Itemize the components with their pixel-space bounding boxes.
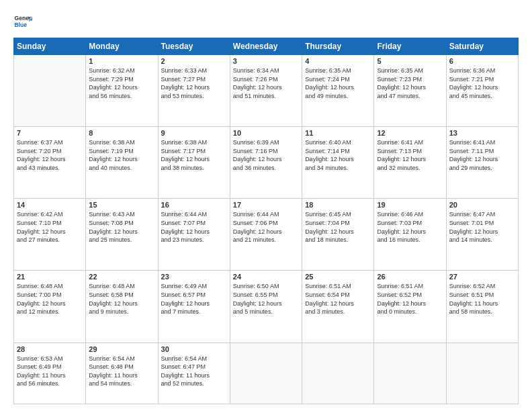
calendar-cell: 19Sunrise: 6:46 AM Sunset: 7:03 PM Dayli… xyxy=(374,199,446,271)
calendar-cell: 20Sunrise: 6:47 AM Sunset: 7:01 PM Dayli… xyxy=(446,199,518,271)
cell-info: Sunrise: 6:44 AM Sunset: 7:06 PM Dayligh… xyxy=(233,210,299,244)
day-number: 28 xyxy=(17,345,83,353)
day-number: 12 xyxy=(377,129,443,137)
day-number: 30 xyxy=(161,345,227,353)
day-number: 9 xyxy=(161,129,227,137)
day-number: 19 xyxy=(377,201,443,209)
header: General Blue xyxy=(13,12,519,31)
cell-info: Sunrise: 6:45 AM Sunset: 7:04 PM Dayligh… xyxy=(305,210,371,244)
day-number: 11 xyxy=(305,129,371,137)
week-row-2: 7Sunrise: 6:37 AM Sunset: 7:20 PM Daylig… xyxy=(14,127,519,199)
calendar-cell: 1Sunrise: 6:32 AM Sunset: 7:29 PM Daylig… xyxy=(86,55,158,127)
calendar-cell: 15Sunrise: 6:43 AM Sunset: 7:08 PM Dayli… xyxy=(86,199,158,271)
day-number: 20 xyxy=(449,201,515,209)
calendar-cell: 14Sunrise: 6:42 AM Sunset: 7:10 PM Dayli… xyxy=(14,199,86,271)
day-number: 16 xyxy=(161,201,227,209)
cell-info: Sunrise: 6:36 AM Sunset: 7:21 PM Dayligh… xyxy=(449,66,515,100)
day-number: 4 xyxy=(305,57,371,65)
week-row-3: 14Sunrise: 6:42 AM Sunset: 7:10 PM Dayli… xyxy=(14,199,519,271)
day-number: 17 xyxy=(233,201,299,209)
day-number: 21 xyxy=(17,273,83,281)
day-number: 6 xyxy=(449,57,515,65)
calendar-cell: 23Sunrise: 6:49 AM Sunset: 6:57 PM Dayli… xyxy=(158,271,230,342)
week-row-4: 21Sunrise: 6:48 AM Sunset: 7:00 PM Dayli… xyxy=(14,271,519,342)
col-header-thursday: Thursday xyxy=(302,38,374,55)
day-number: 22 xyxy=(89,273,154,281)
calendar-cell: 30Sunrise: 6:54 AM Sunset: 6:47 PM Dayli… xyxy=(158,342,230,404)
cell-info: Sunrise: 6:33 AM Sunset: 7:27 PM Dayligh… xyxy=(161,66,227,100)
cell-info: Sunrise: 6:48 AM Sunset: 7:00 PM Dayligh… xyxy=(17,282,83,316)
svg-text:Blue: Blue xyxy=(15,21,28,28)
header-row: SundayMondayTuesdayWednesdayThursdayFrid… xyxy=(14,38,519,55)
day-number: 18 xyxy=(305,201,371,209)
calendar-cell: 18Sunrise: 6:45 AM Sunset: 7:04 PM Dayli… xyxy=(302,199,374,271)
calendar-cell xyxy=(374,342,446,404)
day-number: 15 xyxy=(89,201,154,209)
week-row-1: 1Sunrise: 6:32 AM Sunset: 7:29 PM Daylig… xyxy=(14,55,519,127)
day-number: 8 xyxy=(89,129,154,137)
calendar-cell xyxy=(446,342,518,404)
calendar-cell: 5Sunrise: 6:35 AM Sunset: 7:23 PM Daylig… xyxy=(374,55,446,127)
calendar-cell: 2Sunrise: 6:33 AM Sunset: 7:27 PM Daylig… xyxy=(158,55,230,127)
calendar-cell: 12Sunrise: 6:41 AM Sunset: 7:13 PM Dayli… xyxy=(374,127,446,199)
calendar-cell: 27Sunrise: 6:52 AM Sunset: 6:51 PM Dayli… xyxy=(446,271,518,342)
cell-info: Sunrise: 6:51 AM Sunset: 6:54 PM Dayligh… xyxy=(305,282,371,316)
day-number: 2 xyxy=(161,57,227,65)
calendar-cell xyxy=(302,342,374,404)
calendar-cell: 17Sunrise: 6:44 AM Sunset: 7:06 PM Dayli… xyxy=(230,199,302,271)
day-number: 23 xyxy=(161,273,227,281)
col-header-monday: Monday xyxy=(86,38,158,55)
calendar-cell: 13Sunrise: 6:41 AM Sunset: 7:11 PM Dayli… xyxy=(446,127,518,199)
day-number: 10 xyxy=(233,129,299,137)
calendar-cell: 11Sunrise: 6:40 AM Sunset: 7:14 PM Dayli… xyxy=(302,127,374,199)
day-number: 1 xyxy=(89,57,154,65)
calendar-cell: 6Sunrise: 6:36 AM Sunset: 7:21 PM Daylig… xyxy=(446,55,518,127)
day-number: 3 xyxy=(233,57,299,65)
cell-info: Sunrise: 6:53 AM Sunset: 6:49 PM Dayligh… xyxy=(17,355,83,388)
cell-info: Sunrise: 6:35 AM Sunset: 7:24 PM Dayligh… xyxy=(305,66,371,100)
calendar-cell: 25Sunrise: 6:51 AM Sunset: 6:54 PM Dayli… xyxy=(302,271,374,342)
cell-info: Sunrise: 6:41 AM Sunset: 7:13 PM Dayligh… xyxy=(377,138,443,172)
cell-info: Sunrise: 6:37 AM Sunset: 7:20 PM Dayligh… xyxy=(17,138,83,172)
cell-info: Sunrise: 6:38 AM Sunset: 7:19 PM Dayligh… xyxy=(89,138,154,172)
cell-info: Sunrise: 6:47 AM Sunset: 7:01 PM Dayligh… xyxy=(449,210,515,244)
day-number: 5 xyxy=(377,57,443,65)
calendar-cell: 29Sunrise: 6:54 AM Sunset: 6:48 PM Dayli… xyxy=(86,342,158,404)
col-header-saturday: Saturday xyxy=(446,38,518,55)
cell-info: Sunrise: 6:39 AM Sunset: 7:16 PM Dayligh… xyxy=(233,138,299,172)
calendar-cell: 22Sunrise: 6:48 AM Sunset: 6:58 PM Dayli… xyxy=(86,271,158,342)
cell-info: Sunrise: 6:50 AM Sunset: 6:55 PM Dayligh… xyxy=(233,282,299,316)
calendar-cell: 16Sunrise: 6:44 AM Sunset: 7:07 PM Dayli… xyxy=(158,199,230,271)
calendar-cell: 7Sunrise: 6:37 AM Sunset: 7:20 PM Daylig… xyxy=(14,127,86,199)
day-number: 7 xyxy=(17,129,83,137)
day-number: 26 xyxy=(377,273,443,281)
calendar-cell xyxy=(230,342,302,404)
cell-info: Sunrise: 6:41 AM Sunset: 7:11 PM Dayligh… xyxy=(449,138,515,172)
calendar-cell: 8Sunrise: 6:38 AM Sunset: 7:19 PM Daylig… xyxy=(86,127,158,199)
col-header-sunday: Sunday xyxy=(14,38,86,55)
cell-info: Sunrise: 6:49 AM Sunset: 6:57 PM Dayligh… xyxy=(161,282,227,316)
cell-info: Sunrise: 6:51 AM Sunset: 6:52 PM Dayligh… xyxy=(377,282,443,316)
col-header-wednesday: Wednesday xyxy=(230,38,302,55)
calendar-table: SundayMondayTuesdayWednesdayThursdayFrid… xyxy=(13,38,519,404)
cell-info: Sunrise: 6:42 AM Sunset: 7:10 PM Dayligh… xyxy=(17,210,83,244)
day-number: 13 xyxy=(449,129,515,137)
cell-info: Sunrise: 6:32 AM Sunset: 7:29 PM Dayligh… xyxy=(89,66,154,100)
week-row-5: 28Sunrise: 6:53 AM Sunset: 6:49 PM Dayli… xyxy=(14,342,519,404)
cell-info: Sunrise: 6:44 AM Sunset: 7:07 PM Dayligh… xyxy=(161,210,227,244)
calendar-cell: 9Sunrise: 6:38 AM Sunset: 7:17 PM Daylig… xyxy=(158,127,230,199)
calendar-cell: 21Sunrise: 6:48 AM Sunset: 7:00 PM Dayli… xyxy=(14,271,86,342)
calendar-cell: 10Sunrise: 6:39 AM Sunset: 7:16 PM Dayli… xyxy=(230,127,302,199)
cell-info: Sunrise: 6:46 AM Sunset: 7:03 PM Dayligh… xyxy=(377,210,443,244)
logo-icon: General Blue xyxy=(13,12,32,31)
calendar-cell: 26Sunrise: 6:51 AM Sunset: 6:52 PM Dayli… xyxy=(374,271,446,342)
day-number: 24 xyxy=(233,273,299,281)
cell-info: Sunrise: 6:52 AM Sunset: 6:51 PM Dayligh… xyxy=(449,282,515,316)
cell-info: Sunrise: 6:34 AM Sunset: 7:26 PM Dayligh… xyxy=(233,66,299,100)
calendar-cell xyxy=(14,55,86,127)
cell-info: Sunrise: 6:48 AM Sunset: 6:58 PM Dayligh… xyxy=(89,282,154,316)
col-header-friday: Friday xyxy=(374,38,446,55)
page: General Blue SundayMondayTuesdayWednesda… xyxy=(0,0,532,411)
calendar-cell: 24Sunrise: 6:50 AM Sunset: 6:55 PM Dayli… xyxy=(230,271,302,342)
logo: General Blue xyxy=(13,12,32,31)
